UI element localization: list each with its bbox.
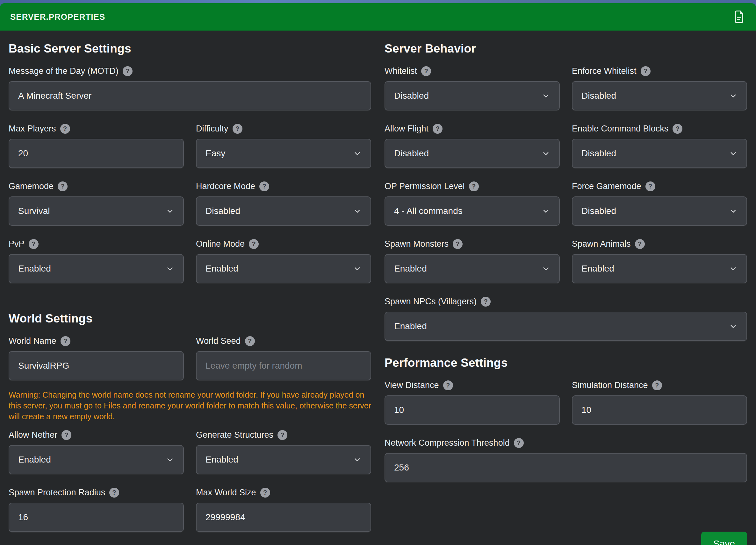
field-max-players: Max Players ?	[9, 124, 184, 168]
chevron-down-icon	[729, 265, 738, 273]
help-icon[interactable]: ?	[453, 239, 463, 249]
online-mode-select[interactable]: Enabled	[196, 254, 371, 283]
footer-actions: Save	[385, 532, 747, 545]
help-icon[interactable]: ?	[673, 124, 682, 134]
page-title: SERVER.PROPERTIES	[10, 12, 105, 22]
command-blocks-select[interactable]: Disabled	[572, 139, 747, 168]
chevron-down-icon	[166, 207, 174, 216]
simulation-distance-input[interactable]	[572, 395, 747, 425]
help-icon[interactable]: ?	[652, 380, 662, 390]
help-icon[interactable]: ?	[481, 297, 491, 306]
whitelist-value: Disabled	[394, 91, 429, 101]
help-icon[interactable]: ?	[421, 66, 431, 76]
motd-label: Message of the Day (MOTD)	[9, 66, 119, 76]
field-difficulty: Difficulty ? Easy	[196, 124, 371, 168]
help-icon[interactable]: ?	[109, 488, 119, 498]
enforce-whitelist-value: Disabled	[581, 91, 616, 101]
whitelist-select[interactable]: Disabled	[385, 81, 560, 111]
field-simulation-distance: Simulation Distance ?	[572, 380, 747, 425]
view-distance-input[interactable]	[385, 395, 560, 425]
simulation-distance-label: Simulation Distance	[572, 380, 648, 390]
hardcore-mode-select[interactable]: Disabled	[196, 197, 371, 226]
pvp-select[interactable]: Enabled	[9, 254, 184, 283]
enforce-whitelist-label: Enforce Whitelist	[572, 66, 637, 76]
chevron-down-icon	[166, 455, 174, 464]
section-heading-behavior: Server Behavior	[385, 42, 747, 55]
difficulty-label: Difficulty	[196, 124, 228, 134]
max-world-size-input[interactable]	[196, 503, 371, 532]
generate-structures-value: Enabled	[205, 455, 238, 465]
field-motd: Message of the Day (MOTD) ?	[9, 66, 371, 111]
field-generate-structures: Generate Structures ? Enabled	[196, 430, 371, 474]
field-online-mode: Online Mode ? Enabled	[196, 239, 371, 283]
help-icon[interactable]: ?	[443, 380, 453, 390]
network-compression-input[interactable]	[385, 453, 747, 482]
file-icon[interactable]	[732, 10, 746, 24]
help-icon[interactable]: ?	[260, 488, 270, 498]
allow-flight-select[interactable]: Disabled	[385, 139, 560, 168]
help-icon[interactable]: ?	[645, 182, 655, 191]
field-spawn-animals: Spawn Animals ? Enabled	[572, 239, 747, 283]
allow-nether-select[interactable]: Enabled	[9, 445, 184, 474]
field-pvp: PvP ? Enabled	[9, 239, 184, 283]
op-permission-value: 4 - All commands	[394, 206, 463, 216]
help-icon[interactable]: ?	[635, 239, 645, 249]
chevron-down-icon	[353, 455, 362, 464]
help-icon[interactable]: ?	[249, 239, 259, 249]
spawn-npcs-label: Spawn NPCs (Villagers)	[385, 297, 477, 306]
panel-header: SERVER.PROPERTIES	[0, 3, 756, 31]
help-icon[interactable]: ?	[641, 66, 651, 76]
help-icon[interactable]: ?	[123, 66, 133, 76]
command-blocks-label: Enable Command Blocks	[572, 124, 668, 134]
enforce-whitelist-select[interactable]: Disabled	[572, 81, 747, 111]
spawn-monsters-select[interactable]: Enabled	[385, 254, 560, 283]
chevron-down-icon	[542, 265, 550, 273]
spawn-npcs-select[interactable]: Enabled	[385, 312, 747, 341]
save-button[interactable]: Save	[701, 532, 747, 545]
section-heading-basic: Basic Server Settings	[9, 42, 371, 55]
chevron-down-icon	[353, 207, 362, 216]
help-icon[interactable]: ?	[29, 239, 39, 249]
help-icon[interactable]: ?	[277, 430, 287, 440]
help-icon[interactable]: ?	[58, 182, 68, 191]
op-permission-select[interactable]: 4 - All commands	[385, 197, 560, 226]
help-icon[interactable]: ?	[61, 430, 71, 440]
field-whitelist: Whitelist ? Disabled	[385, 66, 560, 111]
command-blocks-value: Disabled	[581, 148, 616, 159]
spawn-protection-label: Spawn Protection Radius	[9, 488, 105, 498]
field-command-blocks: Enable Command Blocks ? Disabled	[572, 124, 747, 168]
field-allow-nether: Allow Nether ? Enabled	[9, 430, 184, 474]
difficulty-select[interactable]: Easy	[196, 139, 371, 168]
chevron-down-icon	[729, 92, 738, 100]
spawn-animals-label: Spawn Animals	[572, 239, 631, 249]
help-icon[interactable]: ?	[245, 336, 255, 346]
world-seed-input[interactable]	[196, 351, 371, 380]
difficulty-value: Easy	[205, 148, 225, 159]
chevron-down-icon	[729, 322, 738, 331]
max-players-input[interactable]	[9, 139, 184, 168]
help-icon[interactable]: ?	[259, 182, 269, 191]
left-column: Basic Server Settings Message of the Day…	[9, 42, 371, 545]
world-name-label: World Name	[9, 336, 56, 346]
help-icon[interactable]: ?	[514, 438, 524, 448]
field-spawn-npcs: Spawn NPCs (Villagers) ? Enabled	[385, 297, 747, 341]
gamemode-select[interactable]: Survival	[9, 197, 184, 226]
help-icon[interactable]: ?	[433, 124, 443, 134]
help-icon[interactable]: ?	[469, 182, 479, 191]
allow-nether-label: Allow Nether	[9, 430, 57, 440]
motd-input[interactable]	[9, 81, 371, 111]
help-icon[interactable]: ?	[233, 124, 242, 134]
allow-nether-value: Enabled	[18, 455, 51, 465]
help-icon[interactable]: ?	[60, 124, 70, 134]
force-gamemode-select[interactable]: Disabled	[572, 197, 747, 226]
chevron-down-icon	[542, 149, 550, 158]
help-icon[interactable]: ?	[61, 336, 70, 346]
field-hardcore-mode: Hardcore Mode ? Disabled	[196, 182, 371, 226]
spawn-protection-input[interactable]	[9, 503, 184, 532]
chevron-down-icon	[542, 92, 550, 100]
generate-structures-select[interactable]: Enabled	[196, 445, 371, 474]
world-name-input[interactable]	[9, 351, 184, 380]
online-mode-label: Online Mode	[196, 239, 245, 249]
force-gamemode-value: Disabled	[581, 206, 616, 216]
spawn-animals-select[interactable]: Enabled	[572, 254, 747, 283]
